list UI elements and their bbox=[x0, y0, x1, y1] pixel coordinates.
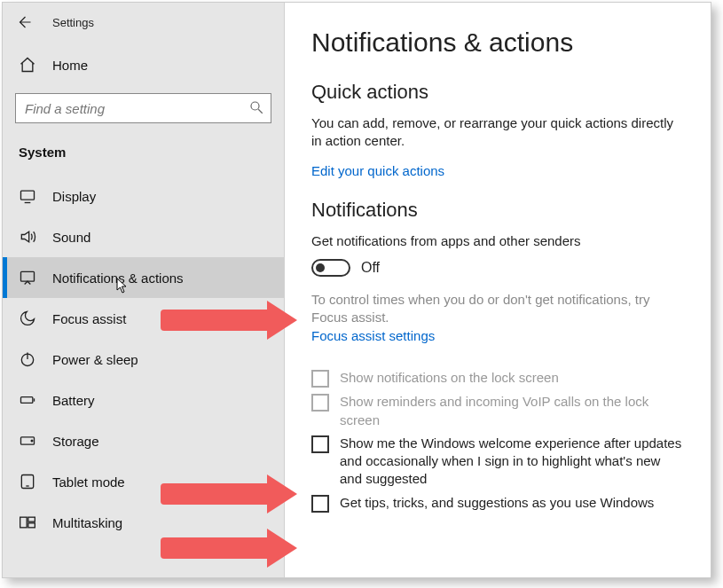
sidebar-item-label: Focus assist bbox=[52, 311, 126, 326]
svg-rect-1 bbox=[21, 191, 35, 200]
sidebar-item-power[interactable]: Power & sleep bbox=[3, 339, 284, 380]
multitask-icon bbox=[19, 514, 36, 531]
sidebar-item-label: Storage bbox=[52, 434, 99, 449]
notifications-toggle-label: Get notifications from apps and other se… bbox=[311, 232, 684, 250]
sidebar-item-label: Power & sleep bbox=[52, 352, 138, 367]
home-label: Home bbox=[52, 58, 88, 73]
focus-assist-hint: To control times when you do or don't ge… bbox=[311, 291, 684, 327]
titlebar: Settings bbox=[3, 3, 284, 42]
sidebar-item-label: Notifications & actions bbox=[52, 270, 184, 286]
sidebar-item-battery[interactable]: Battery bbox=[3, 380, 284, 420]
sidebar-item-sound[interactable]: Sound bbox=[3, 216, 284, 257]
moon-icon bbox=[19, 310, 36, 327]
quick-actions-heading: Quick actions bbox=[311, 81, 684, 104]
tablet-icon bbox=[19, 473, 36, 490]
sidebar: Settings Home System Display bbox=[3, 3, 285, 577]
toggle-state-label: Off bbox=[361, 260, 380, 276]
section-label: System bbox=[3, 139, 284, 176]
svg-rect-2 bbox=[21, 271, 35, 281]
page-title: Notifications & actions bbox=[311, 27, 684, 58]
battery-icon bbox=[19, 391, 36, 409]
svg-rect-10 bbox=[28, 523, 35, 528]
app-title: Settings bbox=[52, 16, 94, 29]
checkbox[interactable] bbox=[311, 435, 329, 453]
power-icon bbox=[19, 350, 36, 368]
sidebar-item-home[interactable]: Home bbox=[3, 42, 284, 86]
check-lockscreen-reminders: Show reminders and incoming VoIP calls o… bbox=[311, 393, 684, 429]
sidebar-item-notifications[interactable]: Notifications & actions bbox=[3, 257, 284, 298]
sidebar-item-multitasking[interactable]: Multitasking bbox=[3, 502, 284, 543]
svg-point-0 bbox=[251, 102, 259, 110]
sidebar-item-label: Multitasking bbox=[52, 515, 122, 530]
notifications-heading: Notifications bbox=[311, 199, 684, 222]
notifications-toggle[interactable] bbox=[311, 259, 350, 277]
checkbox-label: Show reminders and incoming VoIP calls o… bbox=[340, 393, 684, 429]
sidebar-item-tablet[interactable]: Tablet mode bbox=[3, 461, 284, 502]
content: Notifications & actions Quick actions Yo… bbox=[285, 3, 711, 577]
sidebar-item-label: Sound bbox=[52, 230, 90, 245]
sidebar-item-label: Display bbox=[52, 189, 96, 204]
check-tips-tricks[interactable]: Get tips, tricks, and suggestions as you… bbox=[311, 494, 684, 513]
svg-rect-8 bbox=[20, 517, 28, 528]
sidebar-item-label: Battery bbox=[52, 393, 95, 408]
toggle-knob bbox=[316, 263, 325, 272]
nav: Display Sound Notifications & actions Fo… bbox=[3, 176, 284, 543]
checkbox bbox=[311, 370, 329, 388]
notifications-icon bbox=[19, 269, 36, 286]
sidebar-item-storage[interactable]: Storage bbox=[3, 420, 284, 461]
svg-point-6 bbox=[31, 440, 33, 442]
back-icon[interactable] bbox=[15, 13, 33, 31]
home-icon bbox=[19, 56, 36, 74]
checkbox-label: Show me the Windows welcome experience a… bbox=[340, 435, 684, 489]
search-input[interactable] bbox=[15, 93, 271, 123]
checkbox-label: Get tips, tricks, and suggestions as you… bbox=[340, 494, 654, 512]
edit-quick-actions-link[interactable]: Edit your quick actions bbox=[311, 163, 444, 178]
checkbox-label: Show notifications on the lock screen bbox=[340, 369, 559, 387]
display-icon bbox=[19, 187, 36, 205]
checkbox bbox=[311, 394, 329, 412]
search-icon bbox=[248, 99, 264, 115]
quick-actions-body: You can add, remove, or rearrange your q… bbox=[311, 114, 684, 151]
storage-icon bbox=[19, 432, 36, 450]
settings-window: Settings Home System Display bbox=[2, 2, 711, 578]
sidebar-item-focus-assist[interactable]: Focus assist bbox=[3, 298, 284, 339]
checkbox[interactable] bbox=[311, 495, 329, 513]
check-lockscreen-notifications: Show notifications on the lock screen bbox=[311, 369, 684, 388]
svg-rect-9 bbox=[28, 517, 35, 521]
sidebar-item-label: Tablet mode bbox=[52, 474, 125, 490]
sidebar-item-display[interactable]: Display bbox=[3, 176, 284, 216]
search-wrap bbox=[15, 93, 271, 123]
sound-icon bbox=[19, 228, 36, 246]
check-welcome-experience[interactable]: Show me the Windows welcome experience a… bbox=[311, 435, 684, 489]
svg-rect-4 bbox=[21, 397, 33, 404]
notifications-toggle-row: Off bbox=[311, 259, 684, 277]
focus-assist-link[interactable]: Focus assist settings bbox=[311, 328, 435, 343]
